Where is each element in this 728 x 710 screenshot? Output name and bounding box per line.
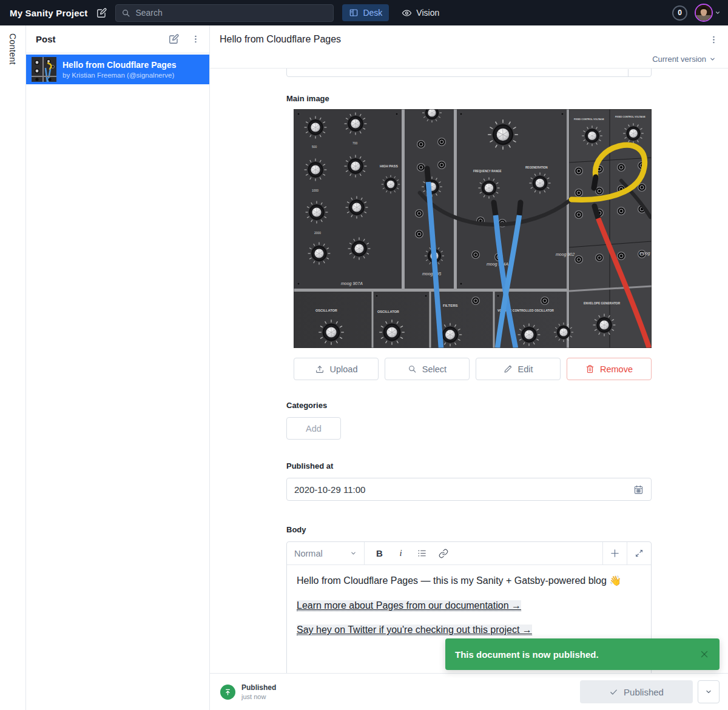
published-at-field: [286, 478, 652, 501]
chevron-down-icon: [350, 550, 357, 557]
tab-desk-label: Desk: [363, 8, 382, 18]
upload-label: Upload: [330, 364, 358, 374]
body-label: Body: [286, 525, 652, 534]
post-item-subtitle: by Kristian Freeman (@signalnerve): [62, 72, 176, 79]
post-list-menu-button[interactable]: [189, 33, 202, 45]
check-icon: [609, 688, 618, 697]
post-list-pane: Post Hello from Cloudflare Pages by Kris…: [26, 25, 210, 710]
remove-label: Remove: [600, 364, 633, 374]
top-navbar: My Sanity Project Desk Vision 0: [0, 0, 728, 25]
new-post-button[interactable]: [167, 32, 181, 46]
italic-button[interactable]: i: [391, 545, 411, 562]
user-menu-button[interactable]: [695, 4, 721, 22]
body-link-twitter[interactable]: Say hey on Twitter if you're checking ou…: [297, 625, 532, 635]
version-selector[interactable]: Current version: [210, 53, 728, 68]
desk-icon: [349, 8, 359, 18]
bullet-list-button[interactable]: [412, 545, 432, 562]
upload-button[interactable]: Upload: [294, 358, 379, 380]
published-at-label: Published at: [286, 461, 652, 471]
trash-icon: [585, 364, 595, 373]
document-menu-button[interactable]: [707, 33, 720, 46]
tool-rail: Content: [0, 25, 26, 710]
editor-toolbar: Normal B i: [287, 542, 651, 565]
chevron-down-icon: [709, 56, 716, 62]
main-image-photo[interactable]: 500 700 1000 2000 HIGH PASS: [294, 109, 652, 348]
calendar-icon[interactable]: [633, 484, 644, 495]
published-at-input[interactable]: [294, 484, 633, 495]
svg-text:FIXED CONTROL VOLTAGE: FIXED CONTROL VOLTAGE: [574, 118, 604, 121]
search-bar: [115, 4, 334, 22]
expand-editor-button[interactable]: [627, 542, 651, 564]
svg-text:OSCILLATOR: OSCILLATOR: [377, 310, 399, 313]
select-label: Select: [422, 364, 447, 374]
document-title: Hello from Cloudflare Pages: [220, 34, 707, 45]
block-style-select[interactable]: Normal: [287, 542, 365, 564]
publish-menu-button[interactable]: [698, 680, 720, 703]
link-icon: [439, 549, 448, 558]
published-button[interactable]: Published: [580, 680, 693, 703]
document-footer: Published just now Published: [210, 673, 728, 710]
cut-off-input[interactable]: [286, 69, 652, 77]
document-pane: Hello from Cloudflare Pages Current vers…: [210, 25, 728, 710]
document-header: Hello from Cloudflare Pages Current vers…: [210, 25, 728, 69]
tab-desk[interactable]: Desk: [342, 4, 389, 21]
compose-icon: [168, 33, 180, 45]
version-label: Current version: [652, 55, 706, 64]
search-input[interactable]: [135, 8, 328, 18]
svg-text:1000: 1000: [312, 189, 318, 192]
svg-text:REGENERATION: REGENERATION: [525, 166, 548, 169]
tab-vision-label: Vision: [416, 8, 439, 18]
close-icon[interactable]: [699, 649, 710, 660]
compose-button[interactable]: [96, 7, 107, 19]
publish-status-title: Published: [241, 683, 276, 692]
avatar: [695, 4, 713, 22]
link-button[interactable]: [433, 545, 453, 562]
tab-vision[interactable]: Vision: [395, 4, 446, 22]
svg-text:FIXED CONTROL VOLTAGE: FIXED CONTROL VOLTAGE: [615, 116, 645, 118]
app-body: Content Post Hello from Cloudflare Pages: [0, 25, 728, 710]
toast-notification: This document is now published.: [445, 638, 720, 670]
publish-icon: [220, 685, 235, 700]
svg-text:700: 700: [352, 141, 358, 145]
post-item-title: Hello from Cloudflare Pages: [62, 60, 176, 71]
compose-icon: [96, 7, 107, 19]
body-link-documentation[interactable]: Learn more about Pages from our document…: [297, 600, 521, 611]
expand-icon: [635, 549, 644, 558]
svg-text:2000: 2000: [314, 231, 321, 235]
post-list-header: Post: [26, 25, 209, 53]
add-category-button[interactable]: Add: [286, 417, 341, 440]
chevron-down-icon: [715, 10, 721, 16]
svg-text:OSCILLATOR: OSCILLATOR: [315, 309, 337, 312]
post-list-item-selected[interactable]: Hello from Cloudflare Pages by Kristian …: [26, 55, 209, 84]
upload-icon: [315, 364, 325, 374]
toast-message: This document is now published.: [455, 649, 699, 660]
svg-text:moog 995: moog 995: [422, 272, 441, 276]
project-title: My Sanity Project: [10, 8, 87, 18]
presence-count-badge[interactable]: 0: [672, 5, 687, 21]
format-buttons: B i: [365, 542, 602, 564]
edit-button[interactable]: Edit: [476, 358, 561, 380]
post-item-text: Hello from Cloudflare Pages by Kristian …: [62, 60, 176, 79]
remove-button[interactable]: Remove: [567, 358, 652, 380]
block-style-value: Normal: [294, 549, 323, 558]
svg-text:moog 907A: moog 907A: [341, 281, 363, 286]
publish-status-time: just now: [241, 693, 276, 700]
svg-text:moog 902: moog 902: [556, 252, 575, 257]
search-icon: [121, 8, 130, 18]
published-button-label: Published: [624, 687, 664, 697]
plus-icon: [610, 548, 620, 558]
body-paragraph: Hello from Cloudflare Pages — this is my…: [297, 574, 641, 588]
document-scroll-area[interactable]: Main image: [210, 69, 728, 673]
main-image-label: Main image: [286, 94, 652, 103]
presence-count: 0: [678, 8, 682, 17]
svg-text:ENVELOPE GENERATOR: ENVELOPE GENERATOR: [584, 301, 620, 305]
image-actions: Upload Select Edit: [294, 358, 652, 380]
bold-button[interactable]: B: [369, 545, 389, 562]
insert-block-button[interactable]: [602, 542, 627, 564]
select-button[interactable]: Select: [385, 358, 470, 380]
post-thumbnail: [32, 57, 56, 82]
chevron-down-icon: [705, 688, 712, 695]
tool-rail-content-tab[interactable]: Content: [8, 33, 18, 710]
categories-label: Categories: [286, 401, 652, 410]
publish-status: Published just now: [241, 683, 276, 700]
